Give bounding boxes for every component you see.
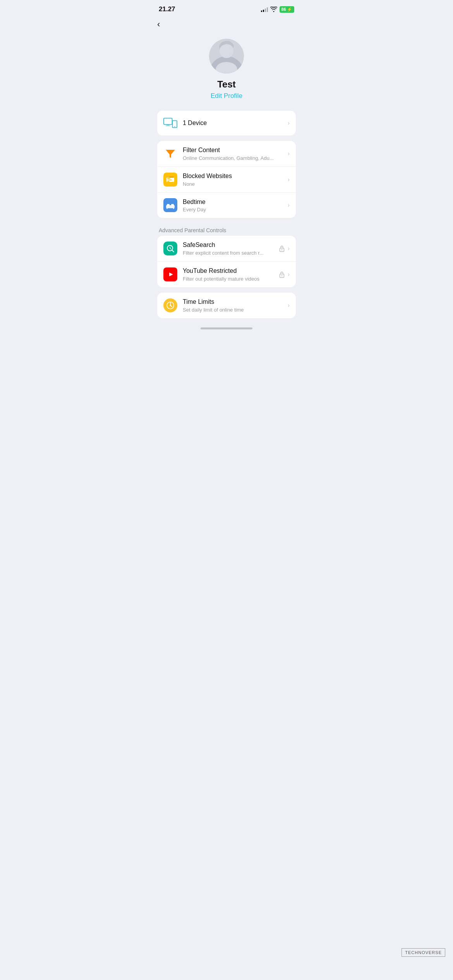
chevron-right-icon: › — [288, 202, 290, 209]
time-limits-icon — [163, 298, 177, 312]
youtube-restricted-text: YouTube Restricted Filter out potentiall… — [183, 267, 278, 282]
signal-icon — [261, 7, 268, 12]
wifi-icon — [270, 7, 277, 12]
svg-rect-20 — [173, 208, 174, 209]
lock-icon — [278, 245, 285, 252]
svg-point-24 — [281, 250, 282, 251]
filter-content-subtitle: Online Communication, Gambling, Adu... — [183, 155, 288, 161]
bedtime-title: Bedtime — [183, 198, 288, 206]
svg-rect-9 — [167, 178, 170, 179]
avatar-silhouette-icon — [209, 39, 244, 74]
svg-rect-17 — [167, 204, 170, 206]
svg-rect-4 — [166, 125, 169, 126]
advanced-section-label: Advanced Parental Controls — [151, 223, 302, 236]
time-limits-text: Time Limits Set daily limit of online ti… — [183, 298, 288, 313]
blocked-websites-item[interactable]: Blocked Websites None › — [157, 167, 296, 193]
blocked-websites-text: Blocked Websites None — [183, 172, 288, 187]
youtube-restricted-right: › — [278, 271, 290, 278]
blocked-websites-icon — [163, 173, 177, 187]
safesearch-subtitle: Filter explicit content from search r... — [183, 250, 278, 256]
bedtime-item[interactable]: Bedtime Every Day › — [157, 193, 296, 218]
bedtime-subtitle: Every Day — [183, 207, 288, 212]
profile-section: Test Edit Profile — [151, 31, 302, 111]
bedtime-text: Bedtime Every Day — [183, 198, 288, 213]
svg-rect-10 — [167, 180, 172, 180]
svg-line-22 — [172, 250, 174, 252]
advanced-card: SafeSearch Filter explicit content from … — [157, 236, 296, 287]
svg-rect-11 — [167, 181, 170, 182]
status-bar: 21.27 86⚡ — [151, 0, 302, 16]
bedtime-right: › — [288, 202, 290, 209]
svg-point-14 — [168, 176, 169, 177]
svg-rect-5 — [165, 125, 170, 126]
chevron-right-icon: › — [288, 302, 290, 309]
back-chevron-icon: ‹ — [157, 19, 160, 29]
chevron-right-icon: › — [288, 120, 290, 127]
battery-indicator: 86⚡ — [280, 6, 294, 13]
lock-icon — [278, 271, 285, 278]
safesearch-text: SafeSearch Filter explicit content from … — [183, 241, 278, 256]
filter-content-title: Filter Content — [183, 146, 288, 154]
safesearch-icon — [163, 242, 177, 255]
time-limits-title: Time Limits — [183, 298, 288, 306]
chevron-right-icon: › — [288, 150, 290, 157]
safesearch-title: SafeSearch — [183, 241, 278, 249]
blocked-websites-subtitle: None — [183, 181, 288, 187]
device-item-right: › — [288, 120, 290, 127]
chevron-right-icon: › — [288, 271, 290, 278]
time-limits-card: Time Limits Set daily limit of online ti… — [157, 293, 296, 318]
youtube-restricted-subtitle: Filter out potentially mature videos — [183, 276, 278, 282]
blocked-websites-title: Blocked Websites — [183, 172, 288, 180]
filter-content-icon — [163, 147, 177, 161]
svg-rect-3 — [164, 118, 172, 124]
svg-rect-18 — [171, 204, 174, 206]
svg-point-1 — [220, 44, 233, 58]
filter-content-item[interactable]: Filter Content Online Communication, Gam… — [157, 141, 296, 167]
youtube-restricted-item[interactable]: YouTube Restricted Filter out potentiall… — [157, 262, 296, 287]
bedtime-icon — [163, 198, 177, 212]
svg-point-15 — [169, 176, 170, 177]
device-item-text: 1 Device — [183, 119, 288, 127]
time-limits-subtitle: Set daily limit of online time — [183, 307, 288, 313]
safesearch-right: › — [278, 245, 290, 252]
content-group-card: Filter Content Online Communication, Gam… — [157, 141, 296, 218]
svg-point-28 — [281, 275, 282, 276]
status-time: 21.27 — [159, 5, 175, 13]
device-item-title: 1 Device — [183, 119, 288, 127]
time-limits-item[interactable]: Time Limits Set daily limit of online ti… — [157, 293, 296, 318]
device-card: 1 Device › — [157, 111, 296, 135]
youtube-icon — [163, 267, 177, 281]
blocked-websites-right: › — [288, 176, 290, 183]
chevron-right-icon: › — [288, 176, 290, 183]
safesearch-item[interactable]: SafeSearch Filter explicit content from … — [157, 236, 296, 262]
filter-content-text: Filter Content Online Communication, Gam… — [183, 146, 288, 161]
profile-name: Test — [217, 79, 236, 90]
devices-icon — [163, 116, 177, 130]
devices-item[interactable]: 1 Device › — [157, 111, 296, 135]
chevron-right-icon: › — [288, 245, 290, 252]
status-icons: 86⚡ — [261, 6, 294, 13]
home-bar — [201, 327, 252, 329]
svg-rect-19 — [166, 208, 168, 209]
svg-point-33 — [170, 305, 171, 306]
edit-profile-link[interactable]: Edit Profile — [211, 92, 242, 100]
home-indicator — [151, 324, 302, 332]
time-limits-right: › — [288, 302, 290, 309]
back-button[interactable]: ‹ — [151, 16, 302, 31]
devices-svg-icon — [163, 117, 177, 129]
svg-point-13 — [167, 176, 168, 177]
avatar — [209, 39, 244, 74]
filter-content-right: › — [288, 150, 290, 157]
youtube-restricted-title: YouTube Restricted — [183, 267, 278, 275]
svg-point-7 — [174, 126, 175, 127]
